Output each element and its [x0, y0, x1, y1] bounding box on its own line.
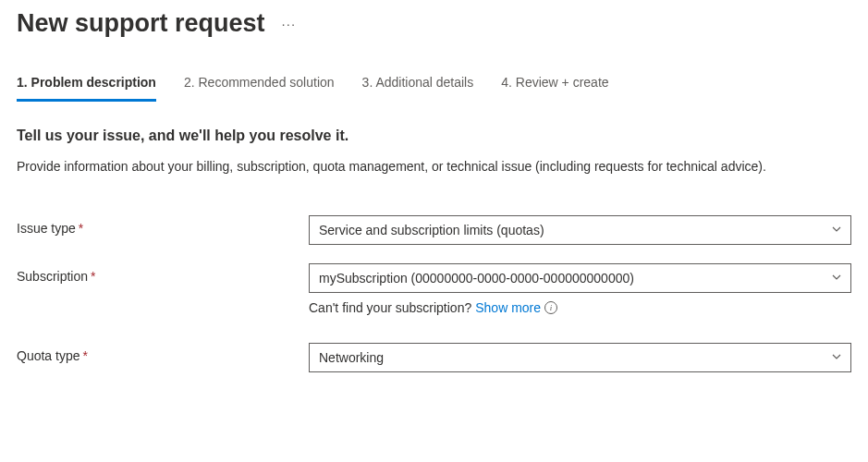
- subscription-value: mySubscription (00000000-0000-0000-00000…: [319, 271, 634, 286]
- quota-type-label-text: Quota type: [17, 348, 80, 363]
- tab-problem-description[interactable]: 1. Problem description: [17, 75, 156, 102]
- more-actions-icon[interactable]: ···: [282, 16, 297, 31]
- quota-type-value: Networking: [319, 350, 384, 365]
- quota-type-label: Quota type*: [17, 343, 309, 363]
- page-title: New support request: [17, 9, 265, 38]
- subscription-select[interactable]: mySubscription (00000000-0000-0000-00000…: [309, 263, 851, 293]
- info-icon[interactable]: i: [544, 301, 557, 314]
- required-marker: *: [79, 221, 83, 236]
- issue-type-select[interactable]: Service and subscription limits (quotas): [309, 215, 851, 245]
- tab-recommended-solution[interactable]: 2. Recommended solution: [184, 75, 335, 102]
- section-heading: Tell us your issue, and we'll help you r…: [17, 128, 851, 144]
- subscription-label-text: Subscription: [17, 269, 88, 284]
- subscription-label: Subscription*: [17, 263, 309, 284]
- required-marker: *: [83, 348, 88, 363]
- subscription-help-text: Can't find your subscription?: [309, 300, 471, 315]
- wizard-tabs: 1. Problem description 2. Recommended so…: [17, 75, 851, 102]
- issue-type-label-text: Issue type: [17, 221, 76, 236]
- issue-type-value: Service and subscription limits (quotas): [319, 223, 544, 237]
- required-marker: *: [91, 269, 95, 284]
- section-description: Provide information about your billing, …: [17, 157, 849, 176]
- show-more-link[interactable]: Show more: [475, 300, 541, 315]
- tab-additional-details[interactable]: 3. Additional details: [362, 75, 474, 102]
- issue-type-label: Issue type*: [17, 215, 309, 236]
- tab-review-create[interactable]: 4. Review + create: [501, 75, 608, 102]
- quota-type-select[interactable]: Networking: [309, 343, 851, 372]
- subscription-help-row: Can't find your subscription? Show more …: [309, 300, 851, 315]
